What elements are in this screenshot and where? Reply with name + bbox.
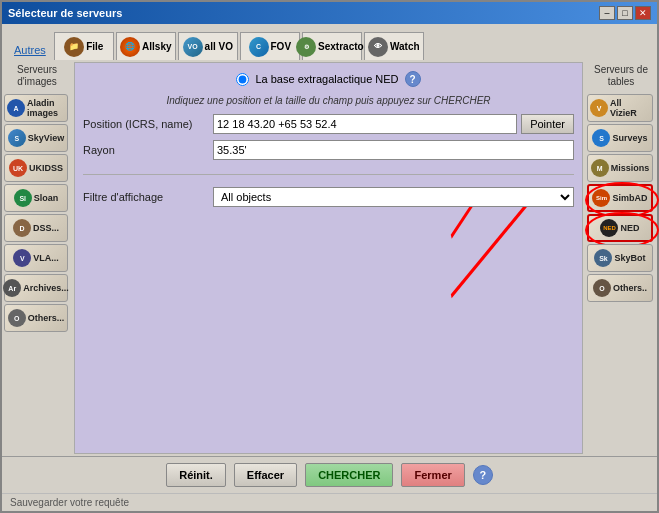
sextractor-icon: ⚙ xyxy=(296,37,316,57)
sauvegarde-bar: Sauvegarder votre requête xyxy=(2,493,657,511)
ned-radio[interactable] xyxy=(236,73,249,86)
effacer-button[interactable]: Effacer xyxy=(234,463,297,487)
svg-line-1 xyxy=(451,207,549,296)
sidebar-item-sloan[interactable]: Sl Sloan xyxy=(4,184,68,212)
allsky-icon: 🌐 xyxy=(120,37,140,57)
ukidss-icon: UK xyxy=(9,159,27,177)
sidebar-item-skyview[interactable]: S SkyView xyxy=(4,124,68,152)
radio-help-button[interactable]: ? xyxy=(405,71,421,87)
file-icon: 📁 xyxy=(64,37,84,57)
others-right-icon: O xyxy=(593,279,611,297)
rayon-label: Rayon xyxy=(83,144,213,156)
sidebar-item-others[interactable]: O Others... xyxy=(4,304,68,332)
main-window: Sélecteur de serveurs – □ ✕ Autres 📁 Fil… xyxy=(0,0,659,513)
sidebar-item-dss[interactable]: D DSS... xyxy=(4,214,68,242)
instruction-text: Indiquez une position et la taille du ch… xyxy=(83,95,574,106)
separator xyxy=(83,174,574,175)
filter-label: Filtre d'affichage xyxy=(83,191,213,203)
left-sidebar-header: Serveurs d'images xyxy=(4,64,70,88)
rayon-input[interactable] xyxy=(213,140,574,160)
others-left-icon: O xyxy=(8,309,26,327)
bottom-bar: Réinit. Effacer CHERCHER Fermer ? xyxy=(2,456,657,493)
archives-icon: Ar xyxy=(3,279,21,297)
sidebar-item-ned[interactable]: NED NED xyxy=(587,214,653,242)
sidebar-item-simbad[interactable]: Sim SimbAD xyxy=(587,184,653,212)
filter-row: Filtre d'affichage All objects xyxy=(83,187,574,207)
surveys-icon: S xyxy=(592,129,610,147)
fermer-button[interactable]: Fermer xyxy=(401,463,464,487)
tab-watch[interactable]: 👁 Watch xyxy=(364,32,424,60)
maximize-button[interactable]: □ xyxy=(617,6,633,20)
svg-line-0 xyxy=(451,207,549,237)
rayon-row: Rayon xyxy=(83,140,574,160)
radio-row: La base extragalactique NED ? xyxy=(83,71,574,87)
ned-icon: NED xyxy=(600,219,618,237)
title-controls: – □ ✕ xyxy=(599,6,651,20)
window-title: Sélecteur de serveurs xyxy=(8,7,122,19)
minimize-button[interactable]: – xyxy=(599,6,615,20)
right-sidebar: Serveurs de tables V All VizieR S Survey… xyxy=(585,60,657,456)
tab-sextractor[interactable]: ⚙ Sextractor xyxy=(302,32,362,60)
fov-icon: C xyxy=(249,37,269,57)
sidebar-item-surveys[interactable]: S Surveys xyxy=(587,124,653,152)
sauvegarde-text: Sauvegarder votre requête xyxy=(10,497,129,508)
dss-icon: D xyxy=(13,219,31,237)
tab-allsky[interactable]: 🌐 Allsky xyxy=(116,32,176,60)
pointer-button[interactable]: Pointer xyxy=(521,114,574,134)
aladin-icon: A xyxy=(7,99,25,117)
sidebar-item-vizier[interactable]: V All VizieR xyxy=(587,94,653,122)
position-label: Position (ICRS, name) xyxy=(83,118,213,130)
position-input[interactable] xyxy=(213,114,517,134)
sloan-icon: Sl xyxy=(14,189,32,207)
tab-row: Autres 📁 File 🌐 Allsky VO all VO C FOV ⚙… xyxy=(2,24,657,60)
sidebar-item-skybot[interactable]: Sk SkyBot xyxy=(587,244,653,272)
sidebar-item-aladin[interactable]: A Aladin images xyxy=(4,94,68,122)
arrow-area xyxy=(83,207,574,445)
title-bar: Sélecteur de serveurs – □ ✕ xyxy=(2,2,657,24)
main-area: Serveurs d'images A Aladin images S SkyV… xyxy=(2,60,657,456)
filter-select[interactable]: All objects xyxy=(213,187,574,207)
sidebar-item-others-right[interactable]: O Others.. xyxy=(587,274,653,302)
sidebar-item-vla[interactable]: V VLA... xyxy=(4,244,68,272)
allvo-icon: VO xyxy=(183,37,203,57)
tab-fov[interactable]: C FOV xyxy=(240,32,300,60)
center-panel: La base extragalactique NED ? Indiquez u… xyxy=(74,62,583,454)
skyview-icon: S xyxy=(8,129,26,147)
vla-icon: V xyxy=(13,249,31,267)
bottom-help-button[interactable]: ? xyxy=(473,465,493,485)
sidebar-item-archives[interactable]: Ar Archives... xyxy=(4,274,68,302)
arrow-svg xyxy=(83,207,574,445)
sidebar-item-missions[interactable]: M Missions xyxy=(587,154,653,182)
tab-allvo[interactable]: VO all VO xyxy=(178,32,238,60)
position-row: Position (ICRS, name) Pointer xyxy=(83,114,574,134)
skybot-icon: Sk xyxy=(594,249,612,267)
ned-radio-label: La base extragalactique NED xyxy=(255,73,398,85)
left-sidebar: Serveurs d'images A Aladin images S SkyV… xyxy=(2,60,72,456)
watch-icon: 👁 xyxy=(368,37,388,57)
filter-select-wrapper: All objects xyxy=(213,187,574,207)
tab-file[interactable]: 📁 File xyxy=(54,32,114,60)
reinit-button[interactable]: Réinit. xyxy=(166,463,226,487)
close-button[interactable]: ✕ xyxy=(635,6,651,20)
simbad-icon: Sim xyxy=(592,189,610,207)
sidebar-item-ukidss[interactable]: UK UKIDSS xyxy=(4,154,68,182)
missions-icon: M xyxy=(591,159,609,177)
right-sidebar-header: Serveurs de tables xyxy=(587,64,655,88)
vizier-icon: V xyxy=(590,99,608,117)
chercher-button[interactable]: CHERCHER xyxy=(305,463,393,487)
tab-autres[interactable]: Autres xyxy=(6,42,54,60)
